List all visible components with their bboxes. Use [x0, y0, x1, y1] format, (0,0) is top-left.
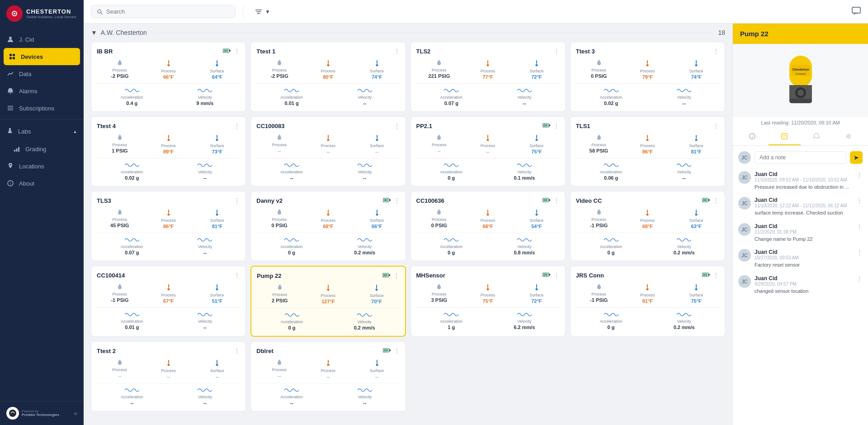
more-options-icon[interactable]: ⋮: [234, 272, 240, 279]
sidebar-item-labs[interactable]: Labs ▲: [0, 123, 84, 140]
more-options-icon[interactable]: ⋮: [394, 197, 400, 204]
velocity-item: Velocity --: [649, 162, 719, 181]
card-divider: [256, 383, 400, 383]
device-card[interactable]: Ttest 3 ⋮ Process 0 PSIG Process 79°F Su…: [570, 42, 725, 112]
svg-point-32: [327, 64, 329, 67]
velocity-item: Velocity --: [170, 162, 241, 181]
filter-button[interactable]: ▼: [250, 6, 275, 18]
device-card[interactable]: Video CC ⋮ Process -1 PSIG Process 68°F …: [570, 191, 725, 261]
labs-icon: [6, 127, 14, 136]
sidebar-item-alarms[interactable]: Alarms: [0, 82, 84, 100]
device-card[interactable]: Ttest 4 ⋮ Process 1 PSIG Process 89°F Su…: [91, 116, 246, 186]
device-card[interactable]: Ttest 2 ⋮ Process -- Process -- Surface …: [91, 341, 246, 411]
search-box[interactable]: [91, 5, 236, 18]
sidebar-item-locations[interactable]: Locations: [0, 158, 84, 175]
sensor-item-process2: Process --: [305, 359, 351, 379]
more-options-icon[interactable]: ⋮: [394, 122, 400, 129]
note-content: Juan Cid 11/2/2020, 01:38 PM ⋮ Change na…: [755, 223, 863, 243]
sensor-label-process2: Process: [305, 69, 351, 73]
svg-rect-25: [229, 50, 231, 52]
note-more-icon[interactable]: ⋮: [856, 171, 863, 178]
group-chevron-icon[interactable]: ▼: [91, 29, 97, 36]
note-more-icon[interactable]: ⋮: [856, 223, 863, 230]
svg-rect-56: [536, 135, 537, 138]
panel-tab-info[interactable]: i: [736, 128, 769, 145]
sensor-item-surface: Surface 81°F: [673, 134, 719, 154]
more-options-icon[interactable]: ⋮: [394, 48, 400, 55]
device-card[interactable]: MHSensor ⋮ Process 3 PSIG Process 75°F S…: [410, 266, 566, 337]
device-card[interactable]: JRS Conn ⋮ Process -1 PSIG Process 81°F …: [570, 266, 725, 337]
sidebar-collapse-button[interactable]: «: [74, 410, 77, 417]
more-options-icon[interactable]: ⋮: [393, 272, 400, 279]
note-more-icon[interactable]: ⋮: [856, 249, 863, 256]
note-more-icon[interactable]: ⋮: [856, 197, 863, 204]
svg-rect-99: [549, 274, 550, 276]
device-card[interactable]: Pump 22 ⋮ Process 2 PSIG Process 127°F S…: [250, 266, 406, 337]
device-card[interactable]: CC100636 ⋮ Process 0 PSIG Process 68°F S…: [410, 191, 566, 261]
device-header-right: ⋮: [383, 347, 400, 354]
device-card[interactable]: IB BR ⋮ Process -2 PSIG Process 66°F Sur…: [91, 42, 246, 112]
more-options-icon[interactable]: ⋮: [713, 122, 719, 129]
pressure-icon: [576, 134, 622, 142]
svg-point-104: [535, 288, 538, 291]
panel-tab-notes[interactable]: [769, 128, 801, 145]
sensor-row-process: Process -- Process -- Surface 75°F: [416, 134, 560, 154]
sidebar-item-data[interactable]: Data: [0, 65, 84, 82]
sensor-item-surface: Surface 64°F: [194, 59, 241, 80]
note-more-icon[interactable]: ⋮: [856, 275, 863, 282]
more-options-icon[interactable]: ⋮: [553, 197, 560, 204]
device-list: ▼ A.W. Chesterton 18 IB BR ⋮ Process -2 …: [84, 24, 732, 425]
panel-tab-settings[interactable]: [832, 128, 864, 145]
device-card[interactable]: Danny v2 ⋮ Process 0 PSIG Process 68°F S…: [250, 191, 406, 261]
sidebar-item-subscriptions[interactable]: Subscriptions: [0, 100, 84, 117]
device-card[interactable]: Ttest 1 ⋮ Process -2 PSIG Process 80°F S…: [250, 42, 406, 112]
device-card[interactable]: CC100414 ⋮ Process -1 PSIG Process 67°F …: [91, 266, 246, 337]
svg-rect-45: [217, 135, 217, 138]
sensor-item-process2: Process 67°F: [146, 283, 192, 304]
more-options-icon[interactable]: ⋮: [553, 48, 560, 55]
device-card[interactable]: TLS1 ⋮ Process 58 PSIG Process 86°F Surf…: [570, 116, 725, 186]
panel-tab-alerts[interactable]: [801, 128, 833, 145]
vibration-row: Acceleration 0 g Velocity 0.2 mm/s: [256, 237, 400, 255]
device-card[interactable]: PP2.1 ⋮ Process -- Process -- Surface 75…: [410, 116, 566, 186]
more-options-icon[interactable]: ⋮: [234, 197, 240, 204]
device-card[interactable]: TLS2 ⋮ Process 221 PSIG Process 77°F Sur…: [410, 42, 566, 112]
device-card[interactable]: CC100083 ⋮ Process -- Process -- Surface…: [250, 116, 406, 186]
sensor-item-surface: Surface --: [194, 359, 241, 379]
more-options-icon[interactable]: ⋮: [713, 272, 719, 279]
search-input[interactable]: [106, 8, 230, 15]
more-options-icon[interactable]: ⋮: [234, 48, 240, 55]
sensor-label-surface: Surface: [673, 218, 719, 223]
sensor-value-process2: 89°F: [146, 149, 192, 154]
device-card[interactable]: TLS3 ⋮ Process 45 PSIG Process 86°F Surf…: [91, 191, 246, 261]
svg-point-38: [535, 64, 538, 67]
temp-icon-surface: [354, 134, 400, 143]
more-options-icon[interactable]: ⋮: [234, 122, 240, 129]
device-card-name: TLS1: [576, 123, 590, 129]
sidebar-item-devices[interactable]: Devices: [4, 48, 80, 65]
more-options-icon[interactable]: ⋮: [713, 197, 719, 204]
more-options-icon[interactable]: ⋮: [713, 48, 719, 55]
sidebar-item-about[interactable]: i About: [0, 175, 84, 192]
device-card[interactable]: Dblret ⋮ Process -- Process -- Surface -…: [250, 341, 406, 411]
vel-wave-icon: [649, 87, 719, 95]
more-options-icon[interactable]: ⋮: [553, 272, 560, 279]
svg-rect-110: [696, 284, 697, 288]
svg-rect-62: [168, 210, 169, 213]
sensor-value-process2: 67°F: [146, 298, 192, 304]
chat-icon[interactable]: [852, 7, 861, 15]
add-note-input[interactable]: [755, 151, 846, 164]
accel-label: Acceleration: [576, 244, 646, 249]
send-note-button[interactable]: ➤: [850, 151, 863, 164]
svg-point-109: [646, 288, 649, 291]
sensor-item-process2: Process 127°F: [305, 284, 351, 304]
sensor-label-process2: Process: [146, 368, 192, 373]
card-divider: [576, 158, 719, 158]
more-options-icon[interactable]: ⋮: [234, 347, 240, 354]
more-options-icon[interactable]: ⋮: [394, 347, 400, 354]
logo-text: CHESTERTON Global Solutions, Local Servi…: [26, 8, 76, 19]
sidebar-item-user[interactable]: J. Cid: [0, 31, 84, 48]
velocity-item: Velocity 0.2 mm/s: [330, 237, 400, 255]
sidebar-item-grading[interactable]: Grading: [0, 140, 84, 158]
more-options-icon[interactable]: ⋮: [553, 122, 560, 129]
